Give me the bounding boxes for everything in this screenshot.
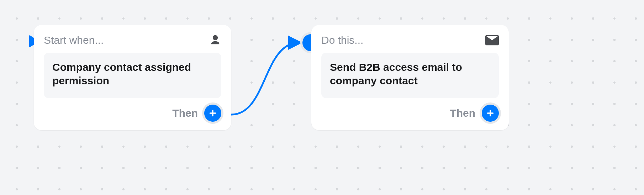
action-card-footer: Then (321, 105, 499, 122)
then-label: Then (172, 107, 198, 119)
trigger-card-header: Start when... (44, 34, 221, 46)
person-icon (209, 34, 221, 46)
action-body-text: Send B2B access email to company contact (321, 53, 499, 98)
add-step-button[interactable] (204, 105, 221, 122)
add-step-button[interactable] (482, 105, 499, 122)
trigger-card-footer: Then (44, 105, 221, 122)
action-header-label: Do this... (321, 34, 363, 46)
plus-icon (486, 109, 495, 118)
plus-icon (208, 109, 217, 118)
flow-canvas: Start when... Company contact assigned p… (0, 0, 644, 195)
trigger-body-text: Company contact assigned permission (44, 53, 221, 98)
then-label: Then (450, 107, 475, 119)
mail-icon (485, 35, 499, 46)
trigger-card[interactable]: Start when... Company contact assigned p… (34, 25, 231, 130)
action-card[interactable]: Do this... Send B2B access email to comp… (311, 25, 509, 130)
trigger-header-label: Start when... (44, 34, 104, 46)
action-card-header: Do this... (321, 34, 499, 46)
